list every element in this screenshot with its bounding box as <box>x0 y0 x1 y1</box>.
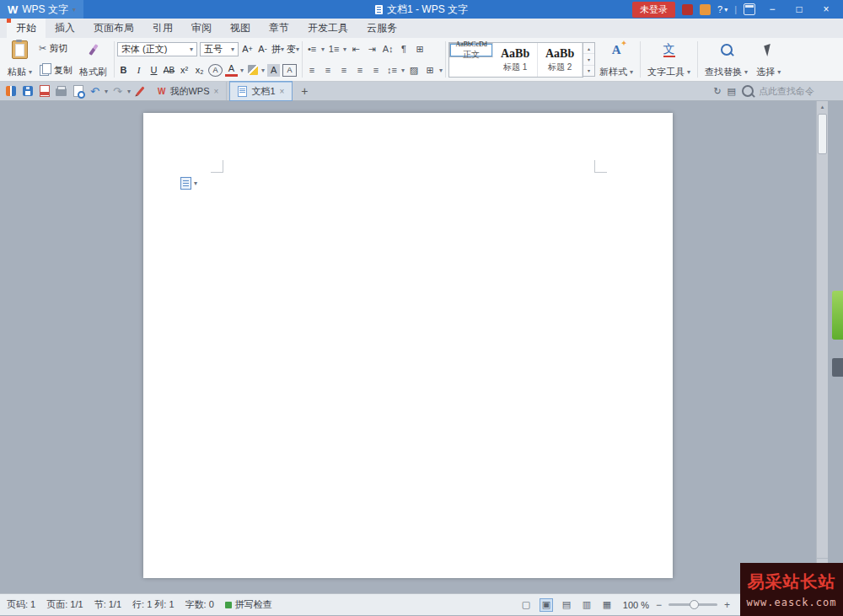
character-border-button[interactable]: A <box>282 64 297 77</box>
align-right-button[interactable]: ≡ <box>337 64 351 77</box>
message-icon[interactable] <box>682 4 693 15</box>
tab-review[interactable]: 审阅 <box>182 19 221 38</box>
zoom-slider-handle[interactable] <box>690 600 699 609</box>
grid-button[interactable]: ⊞ <box>413 43 427 56</box>
tab-developer[interactable]: 开发工具 <box>298 19 357 38</box>
style-heading1[interactable]: AaBb 标题 1 <box>493 43 538 77</box>
borders-button[interactable]: ⊞ <box>423 64 437 77</box>
view-print-layout-button[interactable]: ▣ <box>540 598 553 612</box>
align-center-button[interactable]: ≡ <box>321 64 335 77</box>
highlight-button[interactable] <box>246 64 259 77</box>
select-button[interactable]: 选择▾ <box>752 40 785 79</box>
redo-dropdown[interactable]: ▾ <box>127 88 131 95</box>
scrollbar-thumb[interactable] <box>818 114 827 154</box>
cut-button[interactable]: ✂ 剪切 <box>36 41 75 56</box>
text-tool-button[interactable]: 文 文字工具▾ <box>643 40 695 79</box>
command-search-input[interactable] <box>757 85 836 97</box>
increase-indent-button[interactable]: ⇥ <box>365 43 379 56</box>
format-painter-button[interactable]: 格式刷 <box>75 40 111 79</box>
app-grid-button[interactable] <box>3 84 18 99</box>
app-menu-button[interactable]: W WPS 文字 ▾ <box>0 0 83 19</box>
style-heading2[interactable]: AaBb 标题 2 <box>538 43 583 77</box>
pinyin-guide-button[interactable]: 拼▾ <box>271 43 284 56</box>
tab-view[interactable]: 视图 <box>221 19 260 38</box>
tab-insert[interactable]: 插入 <box>46 19 84 38</box>
shrink-font-button[interactable]: A- <box>256 43 269 56</box>
line-spacing-button[interactable]: ↕≡ <box>385 64 399 77</box>
print-button[interactable] <box>54 84 68 99</box>
skin-icon[interactable] <box>744 3 755 15</box>
shading-button[interactable]: ▨ <box>407 64 421 77</box>
tab-references[interactable]: 引用 <box>143 19 182 38</box>
ribbon-tab-strip: 开始 插入 页面布局 引用 审阅 视图 章节 开发工具 云服务 <box>0 19 843 38</box>
style-normal[interactable]: AaBbCcDd 正文 <box>449 43 493 57</box>
italic-button[interactable]: I <box>132 64 145 77</box>
change-case-button[interactable]: 变▾ <box>287 43 299 56</box>
gift-icon[interactable] <box>700 4 711 15</box>
grow-font-button[interactable]: A+ <box>241 43 254 56</box>
vertical-scrollbar[interactable]: ▴ ▾ ▴ ▾ <box>816 101 828 593</box>
view-web-layout-button[interactable]: ▤ <box>560 598 573 612</box>
font-color-button[interactable]: A <box>225 64 238 77</box>
paste-button[interactable]: 粘贴▾ <box>3 40 36 79</box>
justify-button[interactable]: ≡ <box>353 64 367 77</box>
underline-button[interactable]: U <box>148 64 160 77</box>
minimize-button[interactable]: − <box>762 3 782 15</box>
save-button[interactable] <box>20 84 35 99</box>
view-reader-button[interactable]: ▦ <box>600 598 614 612</box>
font-name-select[interactable]: 宋体 (正文) ▾ <box>117 42 197 56</box>
tab-section[interactable]: 章节 <box>260 19 298 38</box>
redo-button[interactable]: ↷ <box>110 84 125 99</box>
zoom-percentage[interactable]: 100 % <box>620 600 649 610</box>
text-direction-button[interactable]: A↕ <box>381 43 395 56</box>
subscript-button[interactable]: x₂ <box>193 64 206 77</box>
zoom-out-button[interactable]: − <box>656 599 662 611</box>
new-style-button[interactable]: A✦ 新样式▾ <box>595 40 637 79</box>
superscript-button[interactable]: x² <box>178 64 191 77</box>
zoom-in-button[interactable]: + <box>724 599 730 611</box>
view-fullscreen-button[interactable]: ▢ <box>519 598 533 612</box>
paragraph-mark-button[interactable]: ¶ <box>397 43 411 56</box>
new-tab-button[interactable]: + <box>295 84 314 98</box>
view-outline-button[interactable]: ▥ <box>580 598 593 612</box>
spellcheck-status[interactable]: 拼写检查 <box>225 598 272 611</box>
character-shading-button[interactable]: A <box>267 64 280 77</box>
close-button[interactable]: × <box>816 3 836 15</box>
doc-tab-document1[interactable]: 文档1 × <box>229 81 293 101</box>
gallery-expand-button[interactable]: ▾ <box>583 66 594 76</box>
tab-cloud[interactable]: 云服务 <box>357 19 406 38</box>
strikethrough-button[interactable]: AB <box>163 64 175 77</box>
sync-icon[interactable]: ↻ <box>713 86 721 97</box>
align-left-button[interactable]: ≡ <box>305 64 319 77</box>
undo-dropdown[interactable]: ▾ <box>105 88 108 95</box>
tab-page-layout[interactable]: 页面布局 <box>84 19 143 38</box>
enclose-character-button[interactable]: A <box>208 64 223 77</box>
tab-home[interactable]: 开始 <box>7 19 46 38</box>
close-tab-icon[interactable]: × <box>214 87 219 96</box>
find-replace-button[interactable]: 查找替换▾ <box>701 40 752 79</box>
pen-mode-button[interactable] <box>133 84 148 99</box>
bold-button[interactable]: B <box>117 64 130 77</box>
panel-icon[interactable]: ▤ <box>728 86 736 97</box>
login-button[interactable]: 未登录 <box>632 2 675 18</box>
undo-button[interactable]: ↶ <box>88 84 102 99</box>
bullets-button[interactable]: •≡ <box>305 43 319 56</box>
close-tab-icon[interactable]: × <box>280 87 285 96</box>
gallery-down-button[interactable]: ▾ <box>583 54 594 65</box>
export-pdf-button[interactable] <box>37 84 51 99</box>
print-preview-button[interactable] <box>71 84 85 99</box>
document-page[interactable]: ▾ <box>143 113 673 578</box>
distribute-button[interactable]: ≡ <box>369 64 383 77</box>
copy-button[interactable]: 复制 <box>36 63 75 78</box>
status-word-count[interactable]: 字数: 0 <box>185 598 214 611</box>
maximize-button[interactable]: □ <box>789 3 809 15</box>
zoom-slider[interactable] <box>668 603 717 606</box>
scroll-up-button[interactable]: ▴ <box>817 101 828 113</box>
numbering-button[interactable]: 1≡ <box>327 43 341 56</box>
decrease-indent-button[interactable]: ⇤ <box>349 43 362 56</box>
font-size-select[interactable]: 五号 ▾ <box>200 42 239 56</box>
help-button[interactable]: ? ▾ <box>717 4 728 14</box>
paste-options-assistant[interactable]: ▾ <box>180 177 197 190</box>
gallery-up-button[interactable]: ▴ <box>583 43 594 54</box>
doc-tab-mywps[interactable]: W 我的WPS × <box>150 82 227 100</box>
